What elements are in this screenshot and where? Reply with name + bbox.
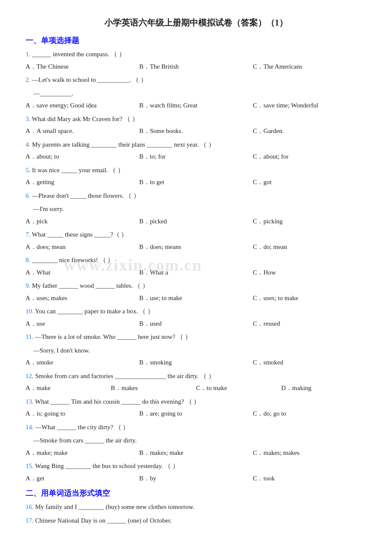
question-9: 9. My father ______ wood ______ tables. … xyxy=(26,280,366,292)
q4-optB: B．to; for xyxy=(139,151,253,162)
q14-optC: C．makes; makes xyxy=(253,448,366,459)
q4-options: A．about; to B．to; for C．about; for xyxy=(26,151,366,162)
q8-optC: C．How xyxy=(253,267,366,278)
q5-optC: C．got xyxy=(253,177,366,188)
q14-optB: B．makes; make xyxy=(139,448,253,459)
question-16: 16. My family and I ________ (buy) some … xyxy=(26,502,366,513)
q2-optC: C．save time; Wonderful xyxy=(253,100,366,111)
q15-optA: A．get xyxy=(26,473,139,484)
q1-optC: C．The Americans xyxy=(253,61,366,72)
q12-optB: B．makes xyxy=(111,383,196,394)
q9-text: My father ______ wood ______ tables. （ ） xyxy=(32,282,149,289)
q8-optA: A．What xyxy=(26,267,139,278)
q16-text: My family and I ________ (buy) some new … xyxy=(35,503,195,510)
q6-optA: A．pick xyxy=(26,216,139,227)
question-1: 1. ______ invented the compass. （ ） xyxy=(26,49,366,60)
q15-optC: C．took xyxy=(253,473,366,484)
q7-optA: A．does; mean xyxy=(26,242,139,253)
question-2: 2. —Let's walk to school to __________. … xyxy=(26,75,366,86)
q9-optC: C．uses; to make xyxy=(253,293,366,304)
q7-text: What _____ these signs _____?（ ） xyxy=(32,231,128,238)
q10-options: A．use B．used C．reused xyxy=(26,318,366,330)
q12-optC: C．to make xyxy=(196,383,281,394)
q4-num: 4. xyxy=(26,141,30,148)
q7-optC: C．do; mean xyxy=(253,242,366,253)
q11-optB: B．smoking xyxy=(139,357,253,368)
q10-num: 10. xyxy=(26,308,34,315)
question-5: 5. It was nice _____ your email. （ ） xyxy=(26,165,366,176)
q3-optA: A．A small space. xyxy=(26,126,139,137)
q12-optD: D．making xyxy=(281,383,366,394)
question-12: 12. Smoke from cars and factories ______… xyxy=(26,371,366,382)
q6-text: —Please don't _____ those flowers. （ ） xyxy=(32,192,140,199)
q5-optB: B．to get xyxy=(139,177,253,188)
q4-text: My parents are talking ________ their pl… xyxy=(32,141,215,148)
q10-text: You can ________ paper to make a box. （ … xyxy=(35,308,154,315)
q12-num: 12. xyxy=(26,373,34,379)
q1-options: A．The Chinese B．The British C．The Americ… xyxy=(26,61,366,72)
question-11: 11. —There is a lot of smoke. Who ______… xyxy=(26,332,366,343)
q9-optA: A．uses; makes xyxy=(26,293,139,304)
q9-num: 9. xyxy=(26,282,30,289)
q2-sub: —__________. xyxy=(33,88,366,99)
q11-text: —There is a lot of smoke. Who ______ her… xyxy=(35,333,191,340)
q11-options: A．smoke B．smoking C．smoked xyxy=(26,357,366,368)
question-14: 14. —What ______ the city dirty? （ ） xyxy=(26,422,366,433)
q2-optB: B．watch films; Great xyxy=(139,100,253,111)
q14-num: 14. xyxy=(26,424,34,431)
q5-options: A．getting B．to get C．got xyxy=(26,177,366,188)
q13-text: What ______ Tim and his cousin ______ do… xyxy=(35,398,200,405)
q8-text: ________ nice fireworks! （ ） xyxy=(32,257,114,263)
q17-text: Chinese National Day is on ______ (one) … xyxy=(35,517,172,524)
q6-options: A．pick B．picked C．picking xyxy=(26,216,366,227)
q14-options: A．make; make B．makes; make C．makes; make… xyxy=(26,448,366,459)
q1-optA: A．The Chinese xyxy=(26,61,139,72)
q7-num: 7. xyxy=(26,231,30,238)
question-10: 10. You can ________ paper to make a box… xyxy=(26,306,366,317)
q15-options: A．get B．by C．took xyxy=(26,473,366,484)
q1-num: 1. xyxy=(26,51,30,58)
q6-sub: —I'm sorry. xyxy=(33,204,366,215)
q14-sub: —Smoke from cars ______ the air dirty. xyxy=(33,435,366,446)
q15-text: Wang Bing ________ the bus to school yes… xyxy=(35,462,179,469)
q12-optA: A．make xyxy=(26,383,111,394)
q11-sub: —Sorry, I don't know. xyxy=(33,345,366,356)
section1-title: 一、单项选择题 xyxy=(26,35,366,46)
q5-optA: A．getting xyxy=(26,177,139,188)
q10-optA: A．use xyxy=(26,318,139,330)
question-13: 13. What ______ Tim and his cousin _____… xyxy=(26,396,366,408)
q2-num: 2. xyxy=(26,76,30,83)
q8-optB: B．What a xyxy=(139,267,253,278)
q12-options: A．make B．makes C．to make D．making xyxy=(26,383,366,394)
q15-optB: B．by xyxy=(139,473,253,484)
q15-num: 15. xyxy=(26,462,34,469)
q8-num: 8. xyxy=(26,257,30,263)
q4-optA: A．about; to xyxy=(26,151,139,162)
q6-optB: B．picked xyxy=(139,216,253,227)
q3-text: What did Mary ask Mr Craven for? （ ） xyxy=(32,116,138,122)
q13-options: A．is; going to B．are; going to C．do; go … xyxy=(26,408,366,419)
q16-num: 16. xyxy=(26,503,34,510)
q9-options: A．uses; makes B．use; to make C．uses; to … xyxy=(26,293,366,304)
q3-options: A．A small space. B．Some books. C．Garden. xyxy=(26,126,366,137)
q17-num: 17. xyxy=(26,517,34,524)
q6-num: 6. xyxy=(26,192,30,199)
question-3: 3. What did Mary ask Mr Craven for? （ ） xyxy=(26,114,366,125)
q6-optC: C．picking xyxy=(253,216,366,227)
q11-optA: A．smoke xyxy=(26,357,139,368)
q2-text: —Let's walk to school to __________. （ ） xyxy=(32,76,147,83)
q3-optB: B．Some books. xyxy=(139,126,253,137)
q13-optB: B．are; going to xyxy=(139,408,253,419)
q13-num: 13. xyxy=(26,398,34,405)
q12-text: Smoke from cars and factories __________… xyxy=(35,373,215,379)
q3-optC: C．Garden. xyxy=(253,126,366,137)
question-6: 6. —Please don't _____ those flowers. （ … xyxy=(26,191,366,202)
q8-options: A．What B．What a C．How xyxy=(26,267,366,278)
question-8: 8. ________ nice fireworks! （ ） xyxy=(26,255,366,266)
question-4: 4. My parents are talking ________ their… xyxy=(26,139,366,150)
question-15: 15. Wang Bing ________ the bus to school… xyxy=(26,461,366,472)
q7-options: A．does; mean B．does; means C．do; mean xyxy=(26,242,366,253)
q1-optB: B．The British xyxy=(139,61,253,72)
q4-optC: C．about; for xyxy=(253,151,366,162)
q13-optA: A．is; going to xyxy=(26,408,139,419)
